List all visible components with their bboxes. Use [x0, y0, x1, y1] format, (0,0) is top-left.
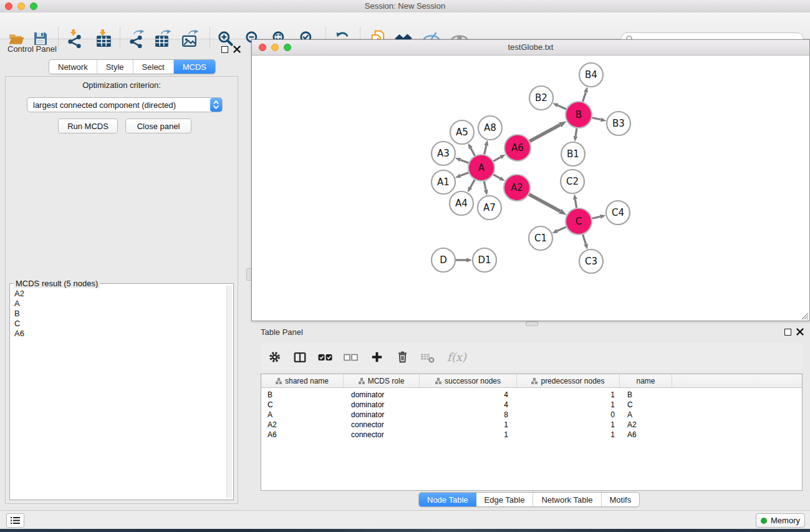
network-canvas[interactable]: B4B2BB3A8A5A6B1A3AC2A1A2A4A7C4CC1C3DD1	[252, 55, 809, 321]
graph-node-A1[interactable]: A1	[432, 170, 455, 194]
column-header-shared-name[interactable]: shared name	[261, 374, 344, 387]
import-network-icon[interactable]	[64, 28, 86, 49]
export-network-icon[interactable]	[125, 28, 148, 49]
graph-node-A3[interactable]: A3	[432, 142, 455, 165]
run-mcds-button[interactable]: Run MCDS	[58, 118, 118, 133]
result-item[interactable]: A	[14, 299, 226, 309]
tab-edge-table[interactable]: Edge Table	[476, 493, 534, 506]
graph-edge-C-C2[interactable]	[576, 200, 577, 208]
graph-node-D[interactable]: D	[432, 248, 455, 272]
result-scrollbar[interactable]	[226, 286, 232, 498]
graph-node-D1[interactable]: D1	[473, 248, 496, 272]
export-table-icon[interactable]	[152, 28, 174, 49]
deselect-all-icon[interactable]	[344, 350, 359, 365]
network-window-titlebar[interactable]: testGlobe.txt	[252, 40, 809, 56]
tab-mcds[interactable]: MCDS	[174, 60, 215, 74]
tab-style[interactable]: Style	[97, 60, 133, 74]
graph-node-A5[interactable]: A5	[450, 120, 474, 144]
graph-node-A2[interactable]: A2	[504, 175, 530, 201]
float-panel-icon[interactable]	[784, 329, 791, 336]
close-panel-button[interactable]: Close panel	[125, 118, 191, 133]
graph-node-A8[interactable]: A8	[478, 116, 502, 140]
tab-motifs[interactable]: Motifs	[602, 493, 640, 506]
graph-edge-A-A7[interactable]	[484, 181, 486, 190]
graph-node-B2[interactable]: B2	[529, 86, 553, 110]
graph-edge-C-C4[interactable]	[592, 216, 600, 218]
delete-row-icon[interactable]	[395, 350, 410, 365]
graph-edge-A-A4[interactable]	[470, 180, 475, 188]
delete-table-icon[interactable]	[420, 350, 435, 365]
close-window-icon[interactable]	[5, 2, 12, 10]
graph-edge-A-A3[interactable]	[460, 160, 468, 163]
graph-node-C4[interactable]: C4	[606, 201, 630, 225]
memory-button[interactable]: Memory	[756, 513, 805, 528]
add-row-icon[interactable]	[369, 350, 384, 365]
graph-node-A6[interactable]: A6	[504, 135, 531, 161]
graph-node-B3[interactable]: B3	[607, 112, 630, 135]
resize-grip-icon[interactable]	[801, 312, 809, 320]
graph-edge-A-A2[interactable]	[493, 175, 500, 178]
tab-select[interactable]: Select	[133, 60, 174, 74]
table-body: Bdominator41BCdominator41CAdominator80AA…	[261, 388, 802, 440]
import-table-icon[interactable]	[93, 28, 115, 49]
table-row[interactable]: Adominator80A	[261, 410, 802, 420]
tab-network[interactable]: Network	[49, 60, 97, 74]
column-header-predecessor-nodes[interactable]: predecessor nodes	[517, 374, 620, 387]
result-item[interactable]: B	[14, 309, 226, 319]
function-builder-icon[interactable]: f(x)	[447, 351, 466, 364]
table-row[interactable]: A2connector11A2	[261, 420, 802, 430]
result-item[interactable]: A6	[14, 329, 226, 339]
column-header-successor-nodes[interactable]: successor nodes	[420, 374, 517, 387]
graph-node-A[interactable]: A	[468, 155, 494, 181]
graph-edge-A-A8[interactable]	[485, 145, 486, 154]
svg-text:D: D	[440, 254, 447, 266]
graph-node-C[interactable]: C	[566, 208, 592, 235]
graph-edge-A-A6[interactable]	[493, 157, 501, 161]
graph-edge-A6-B[interactable]	[529, 125, 560, 141]
graph-edge-B-B3[interactable]	[592, 118, 601, 120]
toolbar-separator	[58, 27, 59, 49]
graph-edge-B-B2[interactable]	[557, 105, 566, 109]
close-view-icon[interactable]	[259, 44, 266, 51]
graph-node-B[interactable]: B	[566, 102, 592, 128]
svg-text:C3: C3	[585, 256, 597, 267]
table-row[interactable]: A6connector11A6	[261, 430, 802, 440]
graph-edge-C-C3[interactable]	[583, 235, 586, 244]
minimize-window-icon[interactable]	[17, 2, 25, 10]
graph-edge-C-C1[interactable]	[557, 227, 566, 231]
table-panel-controls	[784, 328, 804, 336]
export-image-icon[interactable]	[179, 28, 201, 49]
settings-gear-icon[interactable]	[267, 350, 282, 365]
graph-edge-B-B4[interactable]	[583, 92, 586, 102]
graph-edge-A2-C[interactable]	[529, 195, 560, 211]
close-panel-icon[interactable]	[233, 46, 241, 53]
graph-edge-A-A5[interactable]	[471, 148, 475, 156]
tab-network-table[interactable]: Network Table	[533, 493, 601, 506]
graph-node-A7[interactable]: A7	[478, 196, 501, 220]
horizontal-splitter-handle[interactable]	[526, 321, 538, 326]
column-header-name[interactable]: name	[620, 374, 672, 387]
column-header-MCDS-role[interactable]: MCDS role	[344, 374, 420, 387]
result-item[interactable]: C	[14, 319, 226, 329]
column-selector-icon[interactable]	[292, 350, 307, 365]
zoom-view-icon[interactable]	[284, 44, 291, 51]
criterion-select[interactable]: largest connected component (directed)	[27, 97, 223, 112]
tab-node-table[interactable]: Node Table	[419, 493, 476, 506]
zoom-window-icon[interactable]	[30, 2, 37, 10]
graph-node-C1[interactable]: C1	[529, 226, 552, 250]
graph-node-A4[interactable]: A4	[450, 191, 473, 215]
graph-node-C3[interactable]: C3	[579, 249, 603, 273]
result-item[interactable]: A2	[14, 289, 226, 299]
table-row[interactable]: Cdominator41C	[261, 400, 802, 410]
task-history-button[interactable]	[6, 513, 24, 528]
graph-node-B4[interactable]: B4	[579, 63, 603, 87]
close-panel-icon[interactable]	[796, 328, 804, 336]
float-panel-icon[interactable]	[221, 46, 228, 53]
minimize-view-icon[interactable]	[271, 44, 279, 51]
graph-edge-B-B1[interactable]	[576, 128, 577, 137]
graph-node-C2[interactable]: C2	[561, 170, 584, 193]
table-row[interactable]: Bdominator41B	[261, 390, 802, 400]
graph-edge-A-A1[interactable]	[460, 173, 468, 176]
graph-node-B1[interactable]: B1	[561, 142, 585, 166]
select-all-icon[interactable]	[318, 350, 333, 365]
